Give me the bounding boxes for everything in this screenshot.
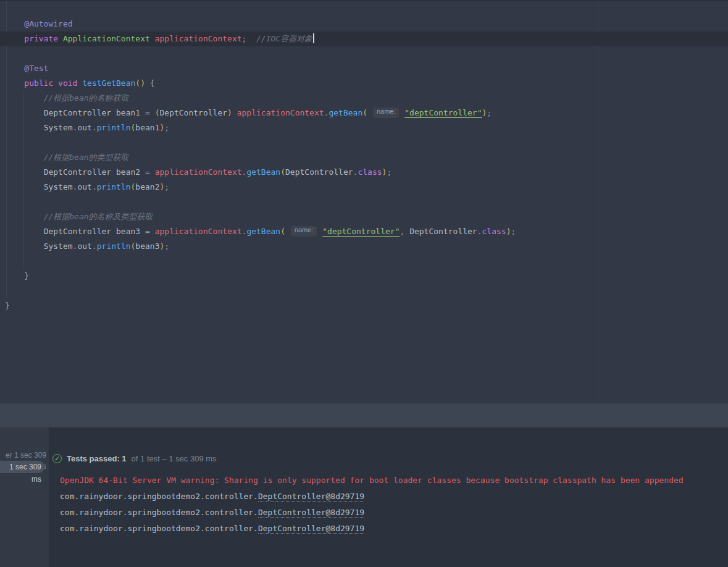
code-token-plain: out (77, 182, 91, 191)
test-tree-row-selected[interactable]: 1 sec 309 ms (0, 461, 44, 473)
code-token-plain (5, 167, 44, 177)
code-token-plain (5, 182, 44, 191)
code-line: DeptController bean2 = applicationContex… (0, 165, 728, 180)
code-line: //根据bean的名称及类型获取 (0, 209, 728, 224)
code-line: System.out.println(bean3); (0, 239, 728, 254)
console-line: com.rainydoor.springbootdemo2.controller… (60, 505, 684, 521)
code-token-plain (5, 271, 24, 280)
tests-passed-label: Tests passed: 1 (67, 454, 127, 463)
code-token-kw: public (24, 78, 53, 88)
run-test-panel: er 1 sec 309 ms 1 sec 309 ms ✓ Tests pas… (0, 427, 728, 567)
code-token-method: println (97, 182, 131, 191)
code-token-plain (5, 108, 44, 117)
code-line: System.out.println(bean1); (0, 120, 728, 135)
code-token-punct: ; (164, 182, 169, 191)
code-token-field: applicationContext (155, 167, 242, 177)
code-token-punct: ; (511, 227, 516, 236)
tests-passed-details: of 1 test – 1 sec 309 ms (132, 454, 217, 463)
code-token-cmt: //根据bean的名称获取 (44, 93, 129, 103)
code-line: //根据bean的类型获取 (0, 150, 728, 165)
code-token-plain (5, 78, 24, 88)
code-token-str[interactable]: "deptController" (404, 108, 482, 117)
console-line: OpenJDK 64-Bit Server VM warning: Sharin… (60, 472, 684, 489)
code-token-brace: } (24, 271, 29, 280)
code-token-punct: . (92, 242, 97, 251)
code-line (0, 195, 728, 209)
console-output[interactable]: OpenJDK 64-Bit Server VM warning: Sharin… (60, 472, 684, 537)
code-token-cmt: //IOC容器对象 (256, 34, 312, 43)
code-token-plain: DeptController (285, 167, 353, 177)
code-line-caret: private ApplicationContext applicationCo… (0, 32, 728, 46)
code-token-punct: = (145, 167, 155, 177)
code-token-kw: class (482, 227, 506, 236)
code-line: DeptController bean1 = (DeptController) … (0, 106, 728, 120)
code-token-plain (5, 19, 24, 28)
code-token-iface: ApplicationContext (63, 34, 150, 43)
code-token-plain (58, 34, 63, 43)
code-token-plain: out (77, 123, 91, 132)
code-line: @Autowired (0, 17, 728, 32)
code-token-method: getBean (246, 167, 280, 177)
code-token-paren: ( (362, 108, 367, 117)
console-text-segment: OpenJDK 64-Bit Server VM warning: Sharin… (60, 476, 684, 485)
code-token-method: testGetBean (82, 78, 135, 88)
code-token-plain: System (44, 182, 73, 191)
code-token-plain (5, 93, 44, 103)
code-token-plain: bean2 (135, 182, 159, 191)
class-reference-link[interactable]: DeptController@8d29719 (258, 524, 364, 534)
test-status-line: ✓ Tests passed: 1 of 1 test – 1 sec 309 … (52, 453, 217, 464)
code-line (0, 46, 728, 61)
param-name-hint: name: (373, 107, 400, 118)
code-token-field: applicationContext (155, 34, 242, 43)
code-line (0, 135, 728, 150)
code-token-paren: ( (280, 227, 285, 236)
code-token-method: println (97, 242, 131, 251)
class-reference-link[interactable]: DeptController@8d29719 (258, 508, 364, 518)
ide-window: @Autowired private ApplicationContext ap… (0, 0, 728, 567)
console-text-segment: com.rainydoor.springbootdemo2.controller… (60, 492, 258, 501)
code-token-brace: } (5, 301, 10, 310)
code-token-punct: ; (164, 123, 169, 132)
code-token-plain: DeptController bean2 (44, 167, 145, 177)
code-token-method: println (97, 123, 131, 132)
code-token-kw: class (358, 167, 382, 177)
class-reference-link[interactable]: DeptController@8d29719 (258, 492, 364, 502)
code-token-kw: private (24, 34, 58, 43)
code-token-paren: ( (280, 167, 285, 177)
code-token-plain (5, 212, 44, 221)
text-caret (313, 33, 314, 43)
test-console-pane[interactable]: ✓ Tests passed: 1 of 1 test – 1 sec 309 … (49, 427, 728, 567)
code-token-paren: () (135, 78, 145, 88)
code-token-method: getBean (246, 227, 280, 236)
code-token-field: applicationContext (237, 108, 324, 117)
code-token-plain: DeptController bean1 (44, 108, 145, 117)
code-line: DeptController bean3 = applicationContex… (0, 224, 728, 239)
console-text-segment: com.rainydoor.springbootdemo2.controller… (60, 524, 258, 533)
code-token-plain: System (44, 242, 73, 251)
test-tree-row-duration[interactable]: er 1 sec 309 ms (0, 450, 46, 461)
code-line: //根据bean的名称获取 (0, 91, 728, 106)
code-token-punct: = (145, 108, 155, 117)
code-token-plain (53, 78, 58, 88)
code-line: System.out.println(bean2); (0, 180, 728, 195)
code-token-brace: { (150, 78, 155, 88)
code-token-punct: . (477, 227, 482, 236)
code-token-plain: out (77, 242, 91, 251)
code-token-plain: bean1 (135, 123, 159, 132)
editor-top-edge (0, 0, 728, 1)
code-token-plain (150, 34, 155, 43)
console-line: com.rainydoor.springbootdemo2.controller… (60, 521, 684, 537)
code-line (0, 284, 728, 298)
code-token-plain (5, 153, 44, 162)
code-token-str[interactable]: "deptController" (322, 227, 400, 236)
code-editor[interactable]: @Autowired private ApplicationContext ap… (0, 0, 728, 403)
code-token-punct: . (92, 182, 97, 191)
code-token-plain: DeptController (159, 108, 227, 117)
test-passed-check-icon: ✓ (52, 454, 62, 463)
code-line: public void testGetBean() { (0, 76, 728, 91)
test-tree-pane[interactable]: er 1 sec 309 ms 1 sec 309 ms (0, 427, 49, 567)
console-line: com.rainydoor.springbootdemo2.controller… (60, 489, 684, 505)
code-line (0, 254, 728, 269)
code-token-punct: ; (387, 167, 391, 177)
code-line: @Test (0, 61, 728, 76)
